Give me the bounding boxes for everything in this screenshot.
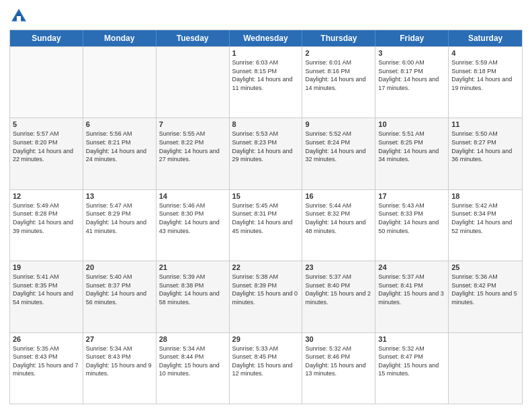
cell-info: Sunrise: 5:45 AM Sunset: 8:31 PM Dayligh… <box>232 201 300 235</box>
calendar-header-wednesday: Wednesday <box>230 30 303 46</box>
cell-info: Sunrise: 5:59 AM Sunset: 8:18 PM Dayligh… <box>451 58 519 92</box>
calendar-cell-28: 28Sunrise: 5:34 AM Sunset: 8:44 PM Dayli… <box>157 333 230 404</box>
calendar-cell-10: 10Sunrise: 5:51 AM Sunset: 8:25 PM Dayli… <box>375 118 449 189</box>
cell-info: Sunrise: 5:37 AM Sunset: 8:41 PM Dayligh… <box>378 273 445 306</box>
cell-info: Sunrise: 5:42 AM Sunset: 8:34 PM Dayligh… <box>451 201 519 235</box>
day-number: 20 <box>86 263 153 271</box>
calendar-cell-21: 21Sunrise: 5:39 AM Sunset: 8:38 PM Dayli… <box>157 261 230 332</box>
calendar-cell-16: 16Sunrise: 5:44 AM Sunset: 8:32 PM Dayli… <box>302 190 375 261</box>
day-number: 27 <box>86 335 153 343</box>
calendar-header-friday: Friday <box>375 30 449 46</box>
day-number: 23 <box>305 263 372 271</box>
calendar-row-0: 1Sunrise: 6:03 AM Sunset: 8:15 PM Daylig… <box>10 46 522 118</box>
day-number: 24 <box>378 263 445 271</box>
cell-info: Sunrise: 5:50 AM Sunset: 8:27 PM Dayligh… <box>451 130 519 163</box>
day-number: 13 <box>86 192 153 200</box>
day-number: 3 <box>378 49 445 57</box>
cell-info: Sunrise: 5:55 AM Sunset: 8:22 PM Dayligh… <box>159 130 226 163</box>
cell-info: Sunrise: 5:46 AM Sunset: 8:30 PM Dayligh… <box>159 201 226 235</box>
cell-info: Sunrise: 5:43 AM Sunset: 8:33 PM Dayligh… <box>378 201 445 235</box>
calendar-cell-5: 5Sunrise: 5:57 AM Sunset: 8:20 PM Daylig… <box>10 118 83 189</box>
cell-info: Sunrise: 5:34 AM Sunset: 8:44 PM Dayligh… <box>159 345 226 378</box>
calendar-header-sunday: Sunday <box>10 30 83 46</box>
day-number: 5 <box>13 120 80 128</box>
cell-info: Sunrise: 5:35 AM Sunset: 8:43 PM Dayligh… <box>13 345 80 378</box>
calendar-cell-26: 26Sunrise: 5:35 AM Sunset: 8:43 PM Dayli… <box>10 333 83 404</box>
day-number: 12 <box>13 192 80 200</box>
calendar-cell-17: 17Sunrise: 5:43 AM Sunset: 8:33 PM Dayli… <box>375 190 449 261</box>
calendar-cell-empty-0-1 <box>83 47 157 118</box>
day-number: 21 <box>159 263 226 271</box>
calendar-cell-23: 23Sunrise: 5:37 AM Sunset: 8:40 PM Dayli… <box>302 261 375 332</box>
day-number: 11 <box>451 120 519 128</box>
cell-info: Sunrise: 6:01 AM Sunset: 8:16 PM Dayligh… <box>305 58 372 92</box>
calendar-header-tuesday: Tuesday <box>157 30 230 46</box>
calendar-cell-31: 31Sunrise: 5:32 AM Sunset: 8:47 PM Dayli… <box>375 333 449 404</box>
day-number: 17 <box>378 192 445 200</box>
calendar-cell-1: 1Sunrise: 6:03 AM Sunset: 8:15 PM Daylig… <box>230 47 303 118</box>
svg-rect-2 <box>17 16 21 21</box>
day-number: 1 <box>232 49 300 57</box>
day-number: 4 <box>451 49 519 57</box>
cell-info: Sunrise: 5:49 AM Sunset: 8:28 PM Dayligh… <box>13 201 80 235</box>
calendar-cell-3: 3Sunrise: 6:00 AM Sunset: 8:17 PM Daylig… <box>375 47 449 118</box>
calendar-cell-18: 18Sunrise: 5:42 AM Sunset: 8:34 PM Dayli… <box>449 190 522 261</box>
calendar-body: 1Sunrise: 6:03 AM Sunset: 8:15 PM Daylig… <box>10 46 522 404</box>
cell-info: Sunrise: 5:32 AM Sunset: 8:47 PM Dayligh… <box>378 345 445 378</box>
cell-info: Sunrise: 5:52 AM Sunset: 8:24 PM Dayligh… <box>305 130 372 163</box>
calendar-cell-13: 13Sunrise: 5:47 AM Sunset: 8:29 PM Dayli… <box>83 190 157 261</box>
calendar-cell-15: 15Sunrise: 5:45 AM Sunset: 8:31 PM Dayli… <box>230 190 303 261</box>
calendar: SundayMondayTuesdayWednesdayThursdayFrid… <box>9 30 523 404</box>
cell-info: Sunrise: 5:32 AM Sunset: 8:46 PM Dayligh… <box>305 345 372 378</box>
day-number: 16 <box>305 192 372 200</box>
day-number: 14 <box>159 192 226 200</box>
calendar-row-1: 5Sunrise: 5:57 AM Sunset: 8:20 PM Daylig… <box>10 118 522 189</box>
calendar-header: SundayMondayTuesdayWednesdayThursdayFrid… <box>10 30 522 46</box>
cell-info: Sunrise: 6:00 AM Sunset: 8:17 PM Dayligh… <box>378 58 445 92</box>
calendar-cell-20: 20Sunrise: 5:40 AM Sunset: 8:37 PM Dayli… <box>83 261 157 332</box>
calendar-cell-8: 8Sunrise: 5:53 AM Sunset: 8:23 PM Daylig… <box>230 118 303 189</box>
calendar-cell-empty-0-0 <box>10 47 83 118</box>
calendar-cell-19: 19Sunrise: 5:41 AM Sunset: 8:35 PM Dayli… <box>10 261 83 332</box>
calendar-cell-24: 24Sunrise: 5:37 AM Sunset: 8:41 PM Dayli… <box>375 261 449 332</box>
calendar-cell-11: 11Sunrise: 5:50 AM Sunset: 8:27 PM Dayli… <box>449 118 522 189</box>
calendar-cell-12: 12Sunrise: 5:49 AM Sunset: 8:28 PM Dayli… <box>10 190 83 261</box>
cell-info: Sunrise: 5:56 AM Sunset: 8:21 PM Dayligh… <box>86 130 153 163</box>
day-number: 25 <box>451 263 519 271</box>
calendar-cell-empty-0-2 <box>157 47 230 118</box>
day-number: 31 <box>378 335 445 343</box>
cell-info: Sunrise: 5:37 AM Sunset: 8:40 PM Dayligh… <box>305 273 372 306</box>
day-number: 7 <box>159 120 226 128</box>
day-number: 9 <box>305 120 372 128</box>
calendar-cell-empty-4-6 <box>449 333 522 404</box>
cell-info: Sunrise: 5:33 AM Sunset: 8:45 PM Dayligh… <box>232 345 300 378</box>
calendar-cell-14: 14Sunrise: 5:46 AM Sunset: 8:30 PM Dayli… <box>157 190 230 261</box>
cell-info: Sunrise: 5:39 AM Sunset: 8:38 PM Dayligh… <box>159 273 226 306</box>
calendar-row-3: 19Sunrise: 5:41 AM Sunset: 8:35 PM Dayli… <box>10 261 522 332</box>
day-number: 15 <box>232 192 300 200</box>
day-number: 22 <box>232 263 300 271</box>
logo <box>9 7 31 26</box>
calendar-cell-30: 30Sunrise: 5:32 AM Sunset: 8:46 PM Dayli… <box>302 333 375 404</box>
cell-info: Sunrise: 5:51 AM Sunset: 8:25 PM Dayligh… <box>378 130 445 163</box>
cell-info: Sunrise: 5:53 AM Sunset: 8:23 PM Dayligh… <box>232 130 300 163</box>
cell-info: Sunrise: 5:57 AM Sunset: 8:20 PM Dayligh… <box>13 130 80 163</box>
calendar-cell-27: 27Sunrise: 5:34 AM Sunset: 8:43 PM Dayli… <box>83 333 157 404</box>
day-number: 2 <box>305 49 372 57</box>
calendar-cell-2: 2Sunrise: 6:01 AM Sunset: 8:16 PM Daylig… <box>302 47 375 118</box>
day-number: 26 <box>13 335 80 343</box>
day-number: 30 <box>305 335 372 343</box>
day-number: 28 <box>159 335 226 343</box>
calendar-header-thursday: Thursday <box>302 30 375 46</box>
calendar-row-2: 12Sunrise: 5:49 AM Sunset: 8:28 PM Dayli… <box>10 189 522 261</box>
cell-info: Sunrise: 5:44 AM Sunset: 8:32 PM Dayligh… <box>305 201 372 235</box>
calendar-header-saturday: Saturday <box>449 30 522 46</box>
calendar-cell-22: 22Sunrise: 5:38 AM Sunset: 8:39 PM Dayli… <box>230 261 303 332</box>
cell-info: Sunrise: 5:47 AM Sunset: 8:29 PM Dayligh… <box>86 201 153 235</box>
calendar-cell-9: 9Sunrise: 5:52 AM Sunset: 8:24 PM Daylig… <box>302 118 375 189</box>
calendar-cell-29: 29Sunrise: 5:33 AM Sunset: 8:45 PM Dayli… <box>230 333 303 404</box>
day-number: 8 <box>232 120 300 128</box>
header <box>9 7 523 26</box>
calendar-cell-4: 4Sunrise: 5:59 AM Sunset: 8:18 PM Daylig… <box>449 47 522 118</box>
cell-info: Sunrise: 6:03 AM Sunset: 8:15 PM Dayligh… <box>232 58 300 92</box>
